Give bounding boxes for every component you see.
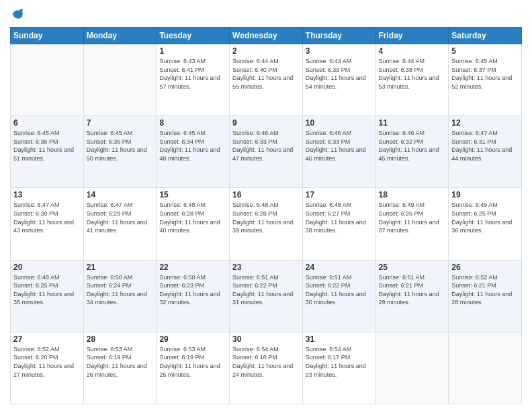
calendar-cell: 29Sunrise: 6:53 AM Sunset: 6:19 PM Dayli… — [157, 332, 230, 404]
day-number: 16 — [232, 190, 300, 199]
day-number: 8 — [159, 118, 226, 128]
day-number: 14 — [87, 190, 154, 199]
calendar-week-2: 6Sunrise: 6:45 AM Sunset: 6:36 PM Daylig… — [11, 116, 522, 188]
day-info: Sunrise: 6:52 AM Sunset: 6:21 PM Dayligh… — [451, 273, 519, 307]
calendar-week-5: 27Sunrise: 6:52 AM Sunset: 6:20 PM Dayli… — [11, 332, 522, 404]
day-info: Sunrise: 6:45 AM Sunset: 6:36 PM Dayligh… — [13, 129, 81, 163]
day-info: Sunrise: 6:44 AM Sunset: 6:39 PM Dayligh… — [306, 57, 373, 91]
day-number: 9 — [232, 118, 300, 128]
day-info: Sunrise: 6:53 AM Sunset: 6:19 PM Dayligh… — [159, 345, 226, 379]
calendar-cell: 18Sunrise: 6:49 AM Sunset: 6:26 PM Dayli… — [375, 188, 449, 260]
day-number: 31 — [306, 334, 373, 344]
calendar-cell — [83, 44, 157, 116]
calendar-cell — [449, 332, 522, 404]
calendar-cell: 4Sunrise: 6:44 AM Sunset: 6:38 PM Daylig… — [375, 44, 449, 116]
day-info: Sunrise: 6:45 AM Sunset: 6:37 PM Dayligh… — [451, 57, 519, 91]
calendar-cell: 10Sunrise: 6:46 AM Sunset: 6:33 PM Dayli… — [302, 116, 375, 188]
calendar-cell: 13Sunrise: 6:47 AM Sunset: 6:30 PM Dayli… — [11, 188, 84, 260]
weekday-header-friday: Friday — [375, 28, 449, 44]
day-number: 18 — [379, 190, 446, 199]
day-number: 11 — [379, 118, 446, 128]
calendar-cell: 28Sunrise: 6:53 AM Sunset: 6:19 PM Dayli… — [83, 332, 157, 404]
day-info: Sunrise: 6:46 AM Sunset: 6:32 PM Dayligh… — [379, 129, 446, 163]
day-number: 13 — [13, 190, 81, 199]
calendar-cell: 22Sunrise: 6:50 AM Sunset: 6:23 PM Dayli… — [157, 260, 230, 332]
calendar-cell: 14Sunrise: 6:47 AM Sunset: 6:29 PM Dayli… — [83, 188, 157, 260]
calendar-cell: 1Sunrise: 6:43 AM Sunset: 6:41 PM Daylig… — [157, 44, 230, 116]
calendar-header: SundayMondayTuesdayWednesdayThursdayFrid… — [11, 28, 522, 44]
logo — [10, 7, 28, 21]
header — [10, 7, 522, 21]
day-number: 2 — [232, 46, 300, 56]
calendar-cell: 23Sunrise: 6:51 AM Sunset: 6:22 PM Dayli… — [230, 260, 303, 332]
day-info: Sunrise: 6:45 AM Sunset: 6:35 PM Dayligh… — [87, 129, 154, 163]
day-info: Sunrise: 6:53 AM Sunset: 6:19 PM Dayligh… — [87, 345, 154, 379]
calendar-cell: 3Sunrise: 6:44 AM Sunset: 6:39 PM Daylig… — [302, 44, 375, 116]
calendar-cell — [375, 332, 449, 404]
day-number: 6 — [13, 118, 81, 128]
day-number: 26 — [451, 263, 519, 272]
day-number: 7 — [87, 118, 154, 128]
day-info: Sunrise: 6:47 AM Sunset: 6:29 PM Dayligh… — [87, 201, 154, 234]
calendar-week-3: 13Sunrise: 6:47 AM Sunset: 6:30 PM Dayli… — [11, 188, 522, 260]
day-number: 3 — [306, 46, 373, 56]
day-number: 30 — [232, 334, 300, 344]
day-info: Sunrise: 6:44 AM Sunset: 6:40 PM Dayligh… — [232, 57, 300, 91]
calendar-cell: 8Sunrise: 6:45 AM Sunset: 6:34 PM Daylig… — [157, 116, 230, 188]
day-number: 1 — [159, 46, 226, 56]
day-number: 29 — [159, 334, 226, 344]
calendar-cell: 9Sunrise: 6:46 AM Sunset: 6:33 PM Daylig… — [230, 116, 303, 188]
weekday-header-tuesday: Tuesday — [157, 28, 230, 44]
day-number: 10 — [306, 118, 373, 128]
day-info: Sunrise: 6:44 AM Sunset: 6:38 PM Dayligh… — [379, 57, 446, 91]
page: SundayMondayTuesdayWednesdayThursdayFrid… — [0, 0, 532, 411]
day-number: 27 — [13, 334, 81, 344]
day-number: 17 — [306, 190, 373, 199]
day-info: Sunrise: 6:47 AM Sunset: 6:30 PM Dayligh… — [13, 201, 81, 234]
calendar-cell: 19Sunrise: 6:49 AM Sunset: 6:25 PM Dayli… — [449, 188, 522, 260]
calendar-table: SundayMondayTuesdayWednesdayThursdayFrid… — [10, 27, 522, 404]
weekday-header-sunday: Sunday — [11, 28, 84, 44]
day-number: 23 — [232, 263, 300, 272]
calendar-cell: 2Sunrise: 6:44 AM Sunset: 6:40 PM Daylig… — [230, 44, 303, 116]
calendar-body: 1Sunrise: 6:43 AM Sunset: 6:41 PM Daylig… — [11, 44, 522, 404]
calendar-cell: 27Sunrise: 6:52 AM Sunset: 6:20 PM Dayli… — [11, 332, 84, 404]
day-info: Sunrise: 6:43 AM Sunset: 6:41 PM Dayligh… — [159, 57, 226, 91]
logo-icon — [10, 7, 25, 21]
day-info: Sunrise: 6:51 AM Sunset: 6:22 PM Dayligh… — [306, 273, 373, 307]
calendar-cell: 30Sunrise: 6:54 AM Sunset: 6:18 PM Dayli… — [230, 332, 303, 404]
day-info: Sunrise: 6:51 AM Sunset: 6:21 PM Dayligh… — [379, 273, 446, 307]
day-number: 19 — [451, 190, 519, 199]
calendar-week-1: 1Sunrise: 6:43 AM Sunset: 6:41 PM Daylig… — [11, 44, 522, 116]
day-info: Sunrise: 6:49 AM Sunset: 6:26 PM Dayligh… — [379, 201, 446, 234]
day-number: 20 — [13, 263, 81, 272]
day-number: 28 — [87, 334, 154, 344]
day-info: Sunrise: 6:48 AM Sunset: 6:28 PM Dayligh… — [159, 201, 226, 234]
day-info: Sunrise: 6:48 AM Sunset: 6:27 PM Dayligh… — [306, 201, 373, 234]
calendar-cell: 7Sunrise: 6:45 AM Sunset: 6:35 PM Daylig… — [83, 116, 157, 188]
calendar-cell: 15Sunrise: 6:48 AM Sunset: 6:28 PM Dayli… — [157, 188, 230, 260]
day-info: Sunrise: 6:54 AM Sunset: 6:18 PM Dayligh… — [232, 345, 300, 379]
day-number: 25 — [379, 263, 446, 272]
day-info: Sunrise: 6:52 AM Sunset: 6:20 PM Dayligh… — [13, 345, 81, 379]
day-number: 21 — [87, 263, 154, 272]
day-info: Sunrise: 6:51 AM Sunset: 6:22 PM Dayligh… — [232, 273, 300, 307]
calendar-cell: 25Sunrise: 6:51 AM Sunset: 6:21 PM Dayli… — [375, 260, 449, 332]
calendar-cell: 16Sunrise: 6:48 AM Sunset: 6:28 PM Dayli… — [230, 188, 303, 260]
day-info: Sunrise: 6:54 AM Sunset: 6:17 PM Dayligh… — [306, 345, 373, 379]
calendar-cell: 26Sunrise: 6:52 AM Sunset: 6:21 PM Dayli… — [449, 260, 522, 332]
day-info: Sunrise: 6:45 AM Sunset: 6:34 PM Dayligh… — [159, 129, 226, 163]
day-info: Sunrise: 6:48 AM Sunset: 6:28 PM Dayligh… — [232, 201, 300, 234]
calendar-cell: 17Sunrise: 6:48 AM Sunset: 6:27 PM Dayli… — [302, 188, 375, 260]
calendar-cell — [11, 44, 84, 116]
calendar-cell: 12Sunrise: 6:47 AM Sunset: 6:31 PM Dayli… — [449, 116, 522, 188]
calendar-cell: 24Sunrise: 6:51 AM Sunset: 6:22 PM Dayli… — [302, 260, 375, 332]
day-info: Sunrise: 6:50 AM Sunset: 6:24 PM Dayligh… — [87, 273, 154, 307]
calendar-cell: 21Sunrise: 6:50 AM Sunset: 6:24 PM Dayli… — [83, 260, 157, 332]
calendar-cell: 5Sunrise: 6:45 AM Sunset: 6:37 PM Daylig… — [449, 44, 522, 116]
calendar-cell: 20Sunrise: 6:49 AM Sunset: 6:25 PM Dayli… — [11, 260, 84, 332]
day-info: Sunrise: 6:49 AM Sunset: 6:25 PM Dayligh… — [451, 201, 519, 234]
day-number: 22 — [159, 263, 226, 272]
day-info: Sunrise: 6:47 AM Sunset: 6:31 PM Dayligh… — [451, 129, 519, 163]
weekday-header-row: SundayMondayTuesdayWednesdayThursdayFrid… — [11, 28, 522, 44]
